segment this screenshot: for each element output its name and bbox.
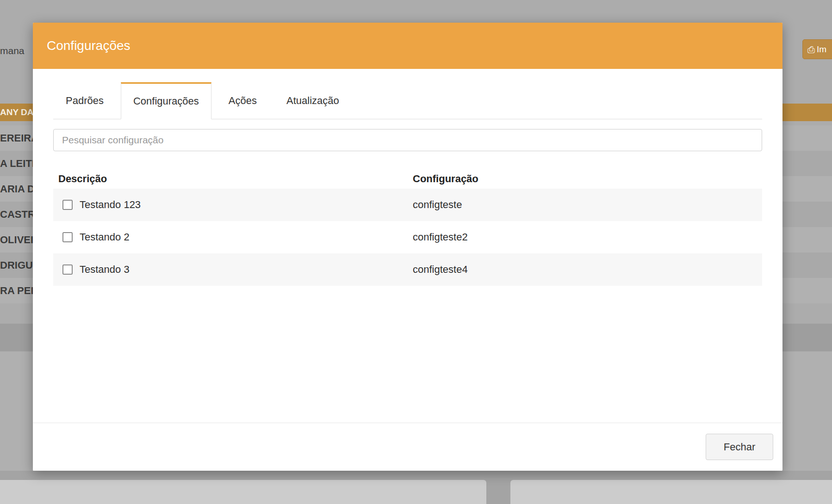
print-button[interactable]: ⎙ Im [802, 39, 832, 59]
screen: mana ⎙ Im ANY DA EREIRA A LEITI ARIA D C… [0, 0, 832, 504]
settings-modal: Configurações Padrões Configurações Açõe… [33, 23, 782, 471]
row-description: Testando 2 [80, 221, 130, 253]
row-checkbox[interactable] [62, 232, 73, 242]
modal-footer: Fechar [33, 423, 782, 471]
background-row-text: RA PER [0, 285, 38, 297]
search-input[interactable] [53, 129, 762, 151]
column-header-config: Configuração [413, 173, 478, 185]
tab-atualizacao[interactable]: Atualização [274, 82, 352, 119]
row-checkbox[interactable] [62, 200, 73, 210]
row-config-value: configteste4 [413, 253, 468, 286]
tab-acoes[interactable]: Ações [216, 82, 269, 119]
column-header-description: Descrição [58, 173, 107, 185]
row-description: Testando 3 [80, 253, 130, 286]
background-row-text: ARIA D [0, 183, 35, 195]
row-config-value: configteste [413, 189, 462, 221]
modal-header: Configurações [33, 23, 782, 69]
row-description: Testando 123 [80, 189, 141, 221]
close-button[interactable]: Fechar [706, 434, 773, 460]
print-icon: ⎙ [807, 45, 815, 54]
row-config-value: configteste2 [413, 221, 468, 253]
background-row-text: A LEITI [0, 158, 35, 170]
background-row-text: OLIVEII [0, 234, 36, 246]
background-panel-right [510, 480, 832, 504]
tab-padroes[interactable]: Padrões [53, 82, 116, 119]
table-body: Testando 123 configteste Testando 2 conf… [53, 189, 762, 286]
background-panel-left [0, 480, 486, 504]
background-text-fragment: mana [0, 45, 25, 56]
table-header: Descrição Configuração [53, 173, 762, 189]
modal-title: Configurações [47, 38, 130, 53]
table-row: Testando 3 configteste4 [53, 253, 762, 286]
tab-configuracoes[interactable]: Configurações [121, 82, 211, 119]
tab-bar: Padrões Configurações Ações Atualização [53, 82, 762, 119]
table-row: Testando 123 configteste [53, 189, 762, 221]
row-checkbox[interactable] [62, 264, 73, 275]
background-table-header-text: ANY DA [0, 107, 34, 117]
print-button-label: Im [817, 44, 826, 55]
table-row: Testando 2 configteste2 [53, 221, 762, 253]
background-row-text: DRIGUI [0, 259, 36, 271]
